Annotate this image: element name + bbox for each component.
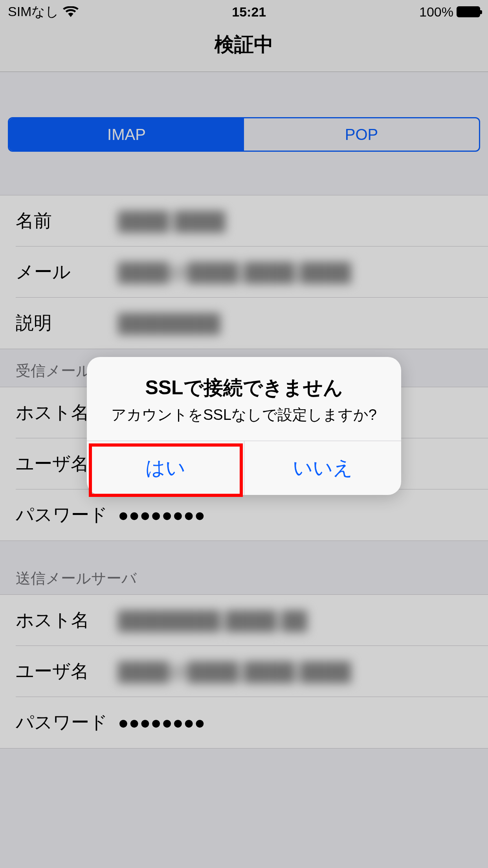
no-button[interactable]: いいえ [244, 441, 402, 495]
alert-title: SSLで接続できません [99, 375, 389, 401]
alert-buttons: はい いいえ [87, 441, 401, 495]
yes-button[interactable]: はい [87, 441, 244, 495]
alert-message: アカウントをSSLなしで設定しますか? [99, 405, 389, 425]
alert-body: SSLで接続できません アカウントをSSLなしで設定しますか? [87, 357, 401, 441]
ssl-alert: SSLで接続できません アカウントをSSLなしで設定しますか? はい いいえ [87, 357, 401, 495]
